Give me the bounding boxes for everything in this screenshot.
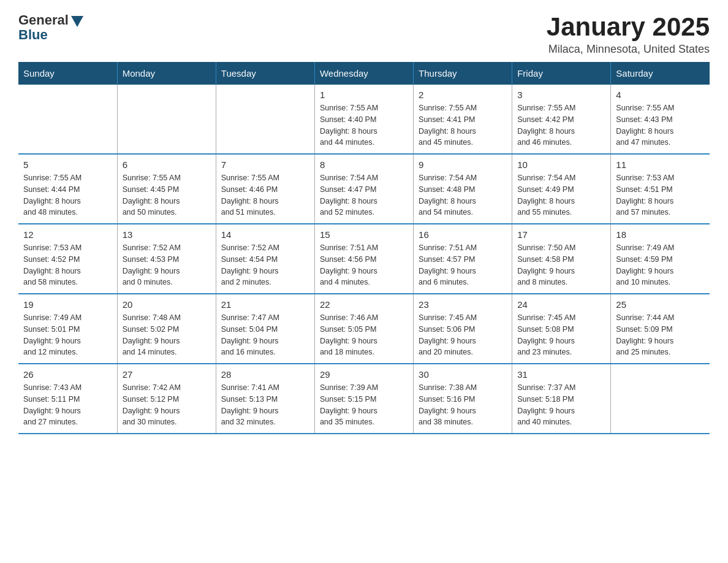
day-info: Sunrise: 7:42 AMSunset: 5:12 PMDaylight:… xyxy=(123,382,211,428)
day-info: Sunrise: 7:51 AMSunset: 4:56 PMDaylight:… xyxy=(320,242,408,288)
calendar-cell: 23Sunrise: 7:45 AMSunset: 5:06 PMDayligh… xyxy=(414,294,512,364)
day-number: 12 xyxy=(23,229,112,240)
calendar-cell: 31Sunrise: 7:37 AMSunset: 5:18 PMDayligh… xyxy=(512,364,611,434)
day-info: Sunrise: 7:37 AMSunset: 5:18 PMDaylight:… xyxy=(517,382,605,428)
day-number: 23 xyxy=(419,299,507,310)
day-number: 31 xyxy=(517,369,605,380)
day-number: 3 xyxy=(517,90,605,100)
day-number: 21 xyxy=(221,299,309,310)
calendar-week-row: 1Sunrise: 7:55 AMSunset: 4:40 PMDaylight… xyxy=(18,85,710,154)
calendar-body: 1Sunrise: 7:55 AMSunset: 4:40 PMDaylight… xyxy=(18,85,710,434)
weekday-header-tuesday: Tuesday xyxy=(216,62,314,85)
weekday-header-row: SundayMondayTuesdayWednesdayThursdayFrid… xyxy=(18,62,710,85)
day-info: Sunrise: 7:49 AMSunset: 4:59 PMDaylight:… xyxy=(616,242,705,288)
calendar-week-row: 19Sunrise: 7:49 AMSunset: 5:01 PMDayligh… xyxy=(18,294,710,364)
calendar-cell: 25Sunrise: 7:44 AMSunset: 5:09 PMDayligh… xyxy=(611,294,710,364)
calendar-cell: 21Sunrise: 7:47 AMSunset: 5:04 PMDayligh… xyxy=(216,294,314,364)
day-number: 14 xyxy=(221,229,309,240)
day-info: Sunrise: 7:45 AMSunset: 5:08 PMDaylight:… xyxy=(517,312,605,358)
month-title: January 2025 xyxy=(547,12,710,42)
day-info: Sunrise: 7:46 AMSunset: 5:05 PMDaylight:… xyxy=(320,312,408,358)
day-info: Sunrise: 7:55 AMSunset: 4:46 PMDaylight:… xyxy=(221,172,309,218)
day-number: 13 xyxy=(123,229,211,240)
calendar-cell xyxy=(117,85,216,154)
day-number: 26 xyxy=(23,369,112,380)
day-info: Sunrise: 7:55 AMSunset: 4:41 PMDaylight:… xyxy=(419,102,507,148)
calendar-cell: 29Sunrise: 7:39 AMSunset: 5:15 PMDayligh… xyxy=(314,364,413,434)
weekday-header-wednesday: Wednesday xyxy=(314,62,413,85)
calendar-cell: 28Sunrise: 7:41 AMSunset: 5:13 PMDayligh… xyxy=(216,364,314,434)
calendar-cell: 16Sunrise: 7:51 AMSunset: 4:57 PMDayligh… xyxy=(414,224,512,294)
day-info: Sunrise: 7:47 AMSunset: 5:04 PMDaylight:… xyxy=(221,312,309,358)
calendar-cell: 2Sunrise: 7:55 AMSunset: 4:41 PMDaylight… xyxy=(414,85,512,154)
day-number: 27 xyxy=(123,369,211,380)
calendar-cell: 17Sunrise: 7:50 AMSunset: 4:58 PMDayligh… xyxy=(512,224,611,294)
calendar-cell: 24Sunrise: 7:45 AMSunset: 5:08 PMDayligh… xyxy=(512,294,611,364)
day-info: Sunrise: 7:39 AMSunset: 5:15 PMDaylight:… xyxy=(320,382,408,428)
day-number: 16 xyxy=(419,229,507,240)
day-info: Sunrise: 7:52 AMSunset: 4:53 PMDaylight:… xyxy=(123,242,211,288)
calendar-cell xyxy=(216,85,314,154)
day-info: Sunrise: 7:50 AMSunset: 4:58 PMDaylight:… xyxy=(517,242,605,288)
logo-blue-text: Blue xyxy=(18,27,48,43)
calendar-cell: 12Sunrise: 7:53 AMSunset: 4:52 PMDayligh… xyxy=(18,224,117,294)
day-number: 29 xyxy=(320,369,408,380)
day-number: 1 xyxy=(320,90,408,100)
day-info: Sunrise: 7:54 AMSunset: 4:48 PMDaylight:… xyxy=(419,172,507,218)
calendar-cell xyxy=(18,85,117,154)
calendar-cell: 9Sunrise: 7:54 AMSunset: 4:48 PMDaylight… xyxy=(414,154,512,224)
calendar-header: SundayMondayTuesdayWednesdayThursdayFrid… xyxy=(18,62,710,85)
calendar-cell: 4Sunrise: 7:55 AMSunset: 4:43 PMDaylight… xyxy=(611,85,710,154)
weekday-header-friday: Friday xyxy=(512,62,611,85)
day-number: 28 xyxy=(221,369,309,380)
calendar-cell: 6Sunrise: 7:55 AMSunset: 4:45 PMDaylight… xyxy=(117,154,216,224)
day-number: 10 xyxy=(517,159,605,170)
day-number: 7 xyxy=(221,159,309,170)
logo: General Blue xyxy=(18,12,83,43)
calendar-cell: 11Sunrise: 7:53 AMSunset: 4:51 PMDayligh… xyxy=(611,154,710,224)
day-info: Sunrise: 7:49 AMSunset: 5:01 PMDaylight:… xyxy=(23,312,112,358)
weekday-header-sunday: Sunday xyxy=(18,62,117,85)
day-number: 19 xyxy=(23,299,112,310)
calendar-cell: 30Sunrise: 7:38 AMSunset: 5:16 PMDayligh… xyxy=(414,364,512,434)
location-subtitle: Milaca, Minnesota, United States xyxy=(547,43,710,56)
day-number: 6 xyxy=(123,159,211,170)
day-info: Sunrise: 7:48 AMSunset: 5:02 PMDaylight:… xyxy=(123,312,211,358)
calendar-cell: 5Sunrise: 7:55 AMSunset: 4:44 PMDaylight… xyxy=(18,154,117,224)
day-number: 25 xyxy=(616,299,705,310)
day-info: Sunrise: 7:55 AMSunset: 4:42 PMDaylight:… xyxy=(517,102,605,148)
day-info: Sunrise: 7:44 AMSunset: 5:09 PMDaylight:… xyxy=(616,312,705,358)
calendar-cell: 7Sunrise: 7:55 AMSunset: 4:46 PMDaylight… xyxy=(216,154,314,224)
weekday-header-monday: Monday xyxy=(117,62,216,85)
day-info: Sunrise: 7:43 AMSunset: 5:11 PMDaylight:… xyxy=(23,382,112,428)
day-number: 24 xyxy=(517,299,605,310)
calendar-cell xyxy=(611,364,710,434)
calendar-cell: 27Sunrise: 7:42 AMSunset: 5:12 PMDayligh… xyxy=(117,364,216,434)
calendar-cell: 8Sunrise: 7:54 AMSunset: 4:47 PMDaylight… xyxy=(314,154,413,224)
day-info: Sunrise: 7:54 AMSunset: 4:49 PMDaylight:… xyxy=(517,172,605,218)
day-info: Sunrise: 7:55 AMSunset: 4:45 PMDaylight:… xyxy=(123,172,211,218)
calendar-week-row: 12Sunrise: 7:53 AMSunset: 4:52 PMDayligh… xyxy=(18,224,710,294)
logo-general-text: General xyxy=(18,12,69,28)
calendar-cell: 13Sunrise: 7:52 AMSunset: 4:53 PMDayligh… xyxy=(117,224,216,294)
calendar-cell: 3Sunrise: 7:55 AMSunset: 4:42 PMDaylight… xyxy=(512,85,611,154)
day-number: 17 xyxy=(517,229,605,240)
weekday-header-thursday: Thursday xyxy=(414,62,512,85)
calendar-cell: 10Sunrise: 7:54 AMSunset: 4:49 PMDayligh… xyxy=(512,154,611,224)
day-number: 30 xyxy=(419,369,507,380)
calendar-cell: 26Sunrise: 7:43 AMSunset: 5:11 PMDayligh… xyxy=(18,364,117,434)
day-number: 11 xyxy=(616,159,705,170)
title-section: January 2025 Milaca, Minnesota, United S… xyxy=(547,12,710,56)
day-number: 18 xyxy=(616,229,705,240)
day-number: 20 xyxy=(123,299,211,310)
day-number: 5 xyxy=(23,159,112,170)
calendar-cell: 20Sunrise: 7:48 AMSunset: 5:02 PMDayligh… xyxy=(117,294,216,364)
calendar-table: SundayMondayTuesdayWednesdayThursdayFrid… xyxy=(18,62,710,434)
day-info: Sunrise: 7:55 AMSunset: 4:43 PMDaylight:… xyxy=(616,102,705,148)
day-number: 9 xyxy=(419,159,507,170)
day-number: 8 xyxy=(320,159,408,170)
day-info: Sunrise: 7:53 AMSunset: 4:51 PMDaylight:… xyxy=(616,172,705,218)
calendar-cell: 18Sunrise: 7:49 AMSunset: 4:59 PMDayligh… xyxy=(611,224,710,294)
day-info: Sunrise: 7:53 AMSunset: 4:52 PMDaylight:… xyxy=(23,242,112,288)
day-info: Sunrise: 7:51 AMSunset: 4:57 PMDaylight:… xyxy=(419,242,507,288)
